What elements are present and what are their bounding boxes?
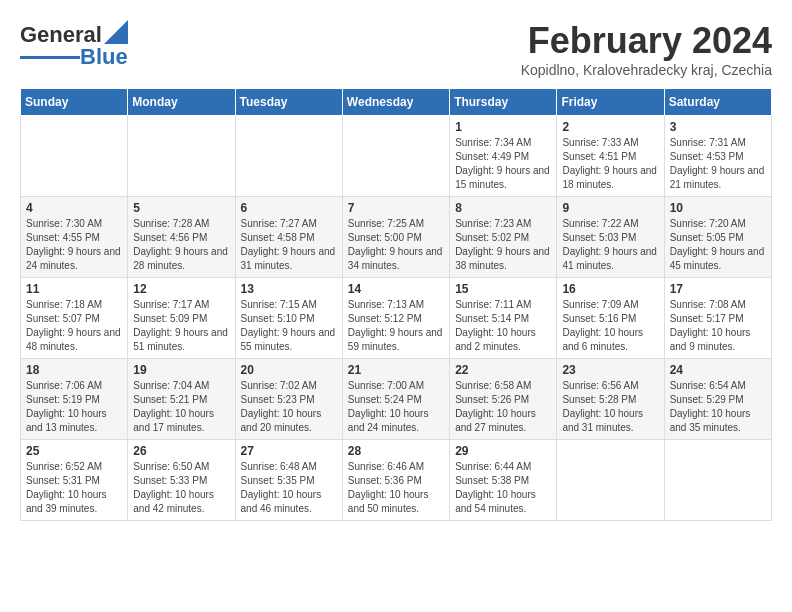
title-section: February 2024 Kopidlno, Kralovehradecky … <box>521 20 772 78</box>
day-info: Sunrise: 6:50 AM Sunset: 5:33 PM Dayligh… <box>133 460 229 516</box>
day-info: Sunrise: 7:17 AM Sunset: 5:09 PM Dayligh… <box>133 298 229 354</box>
calendar-cell: 3Sunrise: 7:31 AM Sunset: 4:53 PM Daylig… <box>664 116 771 197</box>
location-text: Kopidlno, Kralovehradecky kraj, Czechia <box>521 62 772 78</box>
day-info: Sunrise: 7:13 AM Sunset: 5:12 PM Dayligh… <box>348 298 444 354</box>
day-number: 16 <box>562 282 658 296</box>
header-row: SundayMondayTuesdayWednesdayThursdayFrid… <box>21 89 772 116</box>
day-number: 24 <box>670 363 766 377</box>
week-row-4: 18Sunrise: 7:06 AM Sunset: 5:19 PM Dayli… <box>21 359 772 440</box>
day-info: Sunrise: 7:20 AM Sunset: 5:05 PM Dayligh… <box>670 217 766 273</box>
calendar-cell: 6Sunrise: 7:27 AM Sunset: 4:58 PM Daylig… <box>235 197 342 278</box>
day-number: 4 <box>26 201 122 215</box>
day-number: 11 <box>26 282 122 296</box>
day-number: 26 <box>133 444 229 458</box>
calendar-cell: 8Sunrise: 7:23 AM Sunset: 5:02 PM Daylig… <box>450 197 557 278</box>
day-info: Sunrise: 7:11 AM Sunset: 5:14 PM Dayligh… <box>455 298 551 354</box>
week-row-3: 11Sunrise: 7:18 AM Sunset: 5:07 PM Dayli… <box>21 278 772 359</box>
week-row-5: 25Sunrise: 6:52 AM Sunset: 5:31 PM Dayli… <box>21 440 772 521</box>
day-number: 29 <box>455 444 551 458</box>
day-number: 17 <box>670 282 766 296</box>
day-info: Sunrise: 7:08 AM Sunset: 5:17 PM Dayligh… <box>670 298 766 354</box>
day-number: 21 <box>348 363 444 377</box>
calendar-cell: 19Sunrise: 7:04 AM Sunset: 5:21 PM Dayli… <box>128 359 235 440</box>
day-header-sunday: Sunday <box>21 89 128 116</box>
day-number: 12 <box>133 282 229 296</box>
day-number: 1 <box>455 120 551 134</box>
calendar-cell <box>557 440 664 521</box>
day-info: Sunrise: 7:06 AM Sunset: 5:19 PM Dayligh… <box>26 379 122 435</box>
calendar-cell: 17Sunrise: 7:08 AM Sunset: 5:17 PM Dayli… <box>664 278 771 359</box>
day-info: Sunrise: 6:58 AM Sunset: 5:26 PM Dayligh… <box>455 379 551 435</box>
day-info: Sunrise: 6:44 AM Sunset: 5:38 PM Dayligh… <box>455 460 551 516</box>
day-info: Sunrise: 7:30 AM Sunset: 4:55 PM Dayligh… <box>26 217 122 273</box>
calendar-cell: 9Sunrise: 7:22 AM Sunset: 5:03 PM Daylig… <box>557 197 664 278</box>
calendar-cell: 28Sunrise: 6:46 AM Sunset: 5:36 PM Dayli… <box>342 440 449 521</box>
calendar-table: SundayMondayTuesdayWednesdayThursdayFrid… <box>20 88 772 521</box>
day-info: Sunrise: 7:34 AM Sunset: 4:49 PM Dayligh… <box>455 136 551 192</box>
day-number: 27 <box>241 444 337 458</box>
calendar-cell <box>128 116 235 197</box>
calendar-cell: 5Sunrise: 7:28 AM Sunset: 4:56 PM Daylig… <box>128 197 235 278</box>
day-number: 5 <box>133 201 229 215</box>
day-info: Sunrise: 7:04 AM Sunset: 5:21 PM Dayligh… <box>133 379 229 435</box>
calendar-body: 1Sunrise: 7:34 AM Sunset: 4:49 PM Daylig… <box>21 116 772 521</box>
calendar-cell: 13Sunrise: 7:15 AM Sunset: 5:10 PM Dayli… <box>235 278 342 359</box>
calendar-cell: 7Sunrise: 7:25 AM Sunset: 5:00 PM Daylig… <box>342 197 449 278</box>
day-info: Sunrise: 7:09 AM Sunset: 5:16 PM Dayligh… <box>562 298 658 354</box>
calendar-cell <box>21 116 128 197</box>
calendar-cell: 23Sunrise: 6:56 AM Sunset: 5:28 PM Dayli… <box>557 359 664 440</box>
logo: General Blue <box>20 20 128 68</box>
day-info: Sunrise: 7:23 AM Sunset: 5:02 PM Dayligh… <box>455 217 551 273</box>
day-info: Sunrise: 7:00 AM Sunset: 5:24 PM Dayligh… <box>348 379 444 435</box>
day-info: Sunrise: 7:18 AM Sunset: 5:07 PM Dayligh… <box>26 298 122 354</box>
day-number: 9 <box>562 201 658 215</box>
day-number: 22 <box>455 363 551 377</box>
day-info: Sunrise: 6:52 AM Sunset: 5:31 PM Dayligh… <box>26 460 122 516</box>
day-header-monday: Monday <box>128 89 235 116</box>
week-row-1: 1Sunrise: 7:34 AM Sunset: 4:49 PM Daylig… <box>21 116 772 197</box>
day-number: 3 <box>670 120 766 134</box>
month-year-title: February 2024 <box>521 20 772 62</box>
calendar-cell: 18Sunrise: 7:06 AM Sunset: 5:19 PM Dayli… <box>21 359 128 440</box>
day-header-saturday: Saturday <box>664 89 771 116</box>
day-number: 15 <box>455 282 551 296</box>
calendar-cell: 24Sunrise: 6:54 AM Sunset: 5:29 PM Dayli… <box>664 359 771 440</box>
calendar-cell: 11Sunrise: 7:18 AM Sunset: 5:07 PM Dayli… <box>21 278 128 359</box>
week-row-2: 4Sunrise: 7:30 AM Sunset: 4:55 PM Daylig… <box>21 197 772 278</box>
page-header: General Blue February 2024 Kopidlno, Kra… <box>20 20 772 78</box>
calendar-cell: 14Sunrise: 7:13 AM Sunset: 5:12 PM Dayli… <box>342 278 449 359</box>
day-info: Sunrise: 7:33 AM Sunset: 4:51 PM Dayligh… <box>562 136 658 192</box>
day-info: Sunrise: 7:15 AM Sunset: 5:10 PM Dayligh… <box>241 298 337 354</box>
day-info: Sunrise: 7:02 AM Sunset: 5:23 PM Dayligh… <box>241 379 337 435</box>
calendar-cell <box>235 116 342 197</box>
calendar-cell: 10Sunrise: 7:20 AM Sunset: 5:05 PM Dayli… <box>664 197 771 278</box>
svg-marker-0 <box>104 20 128 44</box>
day-info: Sunrise: 6:46 AM Sunset: 5:36 PM Dayligh… <box>348 460 444 516</box>
day-number: 19 <box>133 363 229 377</box>
logo-text: General <box>20 24 102 46</box>
day-info: Sunrise: 7:22 AM Sunset: 5:03 PM Dayligh… <box>562 217 658 273</box>
calendar-cell: 21Sunrise: 7:00 AM Sunset: 5:24 PM Dayli… <box>342 359 449 440</box>
calendar-cell: 12Sunrise: 7:17 AM Sunset: 5:09 PM Dayli… <box>128 278 235 359</box>
calendar-cell: 27Sunrise: 6:48 AM Sunset: 5:35 PM Dayli… <box>235 440 342 521</box>
calendar-cell: 26Sunrise: 6:50 AM Sunset: 5:33 PM Dayli… <box>128 440 235 521</box>
day-number: 28 <box>348 444 444 458</box>
day-number: 2 <box>562 120 658 134</box>
calendar-cell <box>342 116 449 197</box>
calendar-cell: 25Sunrise: 6:52 AM Sunset: 5:31 PM Dayli… <box>21 440 128 521</box>
logo-blue-text: Blue <box>80 46 128 68</box>
calendar-cell: 4Sunrise: 7:30 AM Sunset: 4:55 PM Daylig… <box>21 197 128 278</box>
day-number: 23 <box>562 363 658 377</box>
day-info: Sunrise: 6:54 AM Sunset: 5:29 PM Dayligh… <box>670 379 766 435</box>
day-header-wednesday: Wednesday <box>342 89 449 116</box>
calendar-cell: 22Sunrise: 6:58 AM Sunset: 5:26 PM Dayli… <box>450 359 557 440</box>
day-header-thursday: Thursday <box>450 89 557 116</box>
day-info: Sunrise: 6:48 AM Sunset: 5:35 PM Dayligh… <box>241 460 337 516</box>
calendar-cell <box>664 440 771 521</box>
calendar-cell: 16Sunrise: 7:09 AM Sunset: 5:16 PM Dayli… <box>557 278 664 359</box>
day-header-friday: Friday <box>557 89 664 116</box>
day-info: Sunrise: 7:25 AM Sunset: 5:00 PM Dayligh… <box>348 217 444 273</box>
day-info: Sunrise: 7:28 AM Sunset: 4:56 PM Dayligh… <box>133 217 229 273</box>
day-number: 14 <box>348 282 444 296</box>
calendar-header: SundayMondayTuesdayWednesdayThursdayFrid… <box>21 89 772 116</box>
